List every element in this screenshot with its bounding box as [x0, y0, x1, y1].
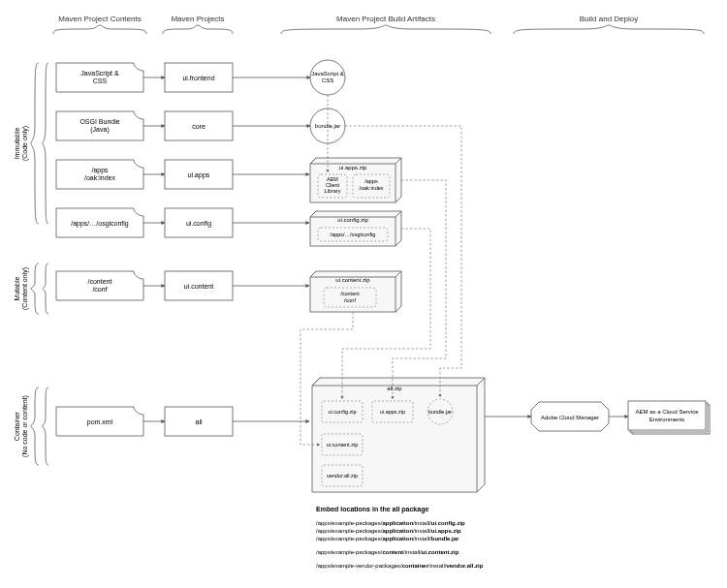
svg-text:Environments: Environments: [649, 417, 685, 422]
svg-text:ui.config.zip: ui.config.zip: [328, 409, 356, 415]
artifact-uiconfig: ui.config.zip /apps/…/osgiconfig: [310, 211, 401, 246]
svg-text:JavaScript &: JavaScript &: [80, 70, 119, 77]
svg-text:/content: /content: [88, 278, 112, 285]
side-immutable-2: (Code only): [21, 126, 29, 161]
svg-text:Adobe Cloud Manager: Adobe Cloud Manager: [541, 415, 599, 420]
col-contents: Maven Project Contents: [58, 15, 141, 23]
row-all: pom.xml all: [56, 407, 309, 436]
svg-text:ui.content.zip: ui.content.zip: [327, 442, 358, 448]
row-uicontent: /content /conf ui.content ui.content.zip…: [56, 271, 401, 312]
svg-text:/apps/example-packages/applica: /apps/example-packages/application/insta…: [316, 528, 461, 534]
side-labels: Immutable (Code only) Mutable (Content o…: [14, 63, 39, 465]
svg-text:/conf: /conf: [92, 286, 107, 293]
artifact-uiapps: ui.apps.zip AEM Client Library /apps /oa…: [310, 158, 401, 202]
svg-text:ui.content.zip: ui.content.zip: [335, 277, 370, 283]
side-container-2: (No code or content): [21, 395, 29, 457]
col-deploy: Build and Deploy: [580, 15, 638, 23]
svg-text:Library: Library: [325, 188, 341, 194]
side-container-1: Container: [14, 411, 20, 441]
deploy-aem: AEM as a Cloud Service Environments: [628, 401, 710, 434]
svg-text:ui.apps.zip: ui.apps.zip: [339, 165, 367, 170]
svg-text:Embed locations in the all pac: Embed locations in the all package: [316, 506, 428, 513]
svg-text:/conf: /conf: [344, 297, 356, 303]
artifact-uicontent: ui.content.zip /content /conf: [310, 271, 401, 312]
svg-text:ui.apps.zip: ui.apps.zip: [380, 409, 405, 415]
row-core: OSGI Bundle (Java) core bundle.jar: [56, 108, 345, 143]
artifact-all: all.zip ui.config.zip ui.apps.zip bundle…: [312, 378, 485, 492]
diagram-canvas: Maven Project Contents Maven Projects Ma…: [0, 0, 727, 588]
svg-text:core: core: [192, 123, 205, 130]
col-projects: Maven Projects: [171, 15, 224, 23]
footer: Embed locations in the all package /apps…: [316, 506, 484, 569]
row-jscss: JavaScript & CSS ui.frontend JavaScript …: [56, 60, 345, 95]
svg-text:/apps: /apps: [364, 178, 378, 184]
row-uiconfig: /apps/…/osgiconfig ui.config ui.config.z…: [56, 208, 401, 246]
svg-text:/apps/…/osgiconfig: /apps/…/osgiconfig: [331, 232, 376, 237]
svg-rect-68: [628, 401, 706, 430]
svg-text:/apps/example-packages/content: /apps/example-packages/content/install/u…: [316, 549, 459, 555]
svg-text:pom.xml: pom.xml: [87, 418, 113, 426]
svg-text:/oak:index: /oak:index: [359, 185, 383, 191]
col-artifacts: Maven Project Build Artifacts: [336, 15, 435, 23]
svg-text:ui.config: ui.config: [186, 220, 211, 228]
row-uiapps: /apps /oak:index ui.apps ui.apps.zip AEM…: [56, 158, 401, 202]
svg-text:/oak:index: /oak:index: [84, 174, 115, 181]
svg-text:ui.config.zip: ui.config.zip: [337, 217, 368, 223]
svg-text:/apps/example-packages/applica: /apps/example-packages/application/insta…: [316, 536, 459, 542]
side-immutable-1: Immutable: [14, 128, 20, 160]
svg-text:all.zip: all.zip: [387, 386, 402, 391]
svg-text:ui.apps: ui.apps: [188, 171, 210, 179]
svg-text:/content: /content: [340, 291, 360, 296]
svg-text:(Java): (Java): [90, 126, 109, 134]
deploy-acm: Adobe Cloud Manager: [531, 402, 609, 431]
svg-text:/apps/example-vendor-packages/: /apps/example-vendor-packages/container/…: [316, 563, 484, 569]
svg-text:/apps/example-packages/applica: /apps/example-packages/application/insta…: [316, 520, 465, 526]
svg-text:ui.content: ui.content: [184, 283, 213, 290]
svg-text:/apps/…/osgiconfig: /apps/…/osgiconfig: [71, 220, 129, 228]
row-braces: [43, 63, 48, 465]
column-headers: Maven Project Contents Maven Projects Ma…: [53, 15, 704, 34]
svg-text:CSS: CSS: [93, 77, 108, 84]
svg-text:vendor.all.zip: vendor.all.zip: [327, 473, 358, 479]
svg-text:all: all: [195, 418, 202, 425]
svg-text:OSGI Bundle: OSGI Bundle: [79, 118, 119, 125]
side-mutable-2: (Content only): [21, 267, 29, 310]
svg-text:JavaScript &: JavaScript &: [311, 71, 344, 77]
svg-text:AEM as a Cloud Service: AEM as a Cloud Service: [635, 409, 699, 415]
svg-text:CSS: CSS: [322, 77, 333, 83]
svg-text:/apps: /apps: [91, 167, 109, 174]
side-mutable-1: Mutable: [14, 276, 20, 300]
svg-text:bundle.jar: bundle.jar: [428, 409, 452, 415]
svg-text:ui.frontend: ui.frontend: [182, 75, 214, 81]
